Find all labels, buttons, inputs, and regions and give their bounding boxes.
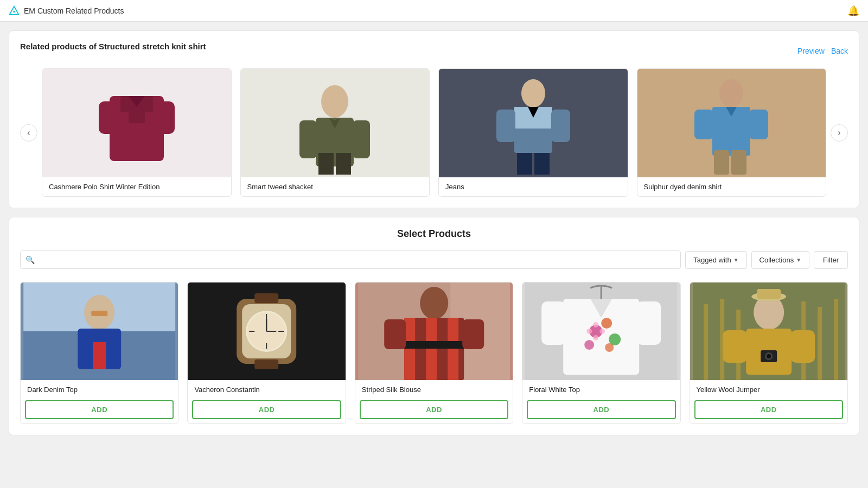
svg-point-72 (586, 329, 592, 334)
product-image-sp1 (21, 282, 178, 380)
related-product-name-1: Cashmere Polo Shirt Winter Edition (42, 177, 231, 196)
collections-label: Collections (760, 256, 794, 264)
svg-rect-84 (790, 330, 815, 363)
sp3-illustration (355, 282, 513, 380)
svg-point-67 (584, 340, 594, 350)
product-illustration-3 (484, 69, 582, 177)
product-illustration-4 (682, 69, 780, 177)
carousel-prev-button[interactable]: ‹ (20, 124, 37, 142)
svg-rect-48 (255, 359, 279, 369)
related-product-card: Sulphur dyed denim shirt (637, 68, 827, 197)
tagged-with-label: Tagged with (693, 256, 731, 264)
collections-button[interactable]: Collections ▼ (751, 251, 810, 269)
grid-product-card: Striped Silk Blouse ADD (355, 282, 513, 424)
related-product-name-2: Smart tweed shacket (241, 177, 430, 196)
svg-rect-58 (462, 319, 484, 349)
sp1-illustration (21, 282, 178, 380)
add-button-sp2[interactable]: ADD (192, 400, 341, 419)
svg-point-87 (767, 354, 771, 358)
svg-rect-6 (99, 101, 120, 134)
notification-icon[interactable]: 🔔 (847, 5, 859, 17)
svg-rect-28 (714, 150, 729, 175)
svg-rect-20 (551, 110, 570, 142)
product-illustration-2 (286, 69, 384, 177)
svg-marker-0 (10, 6, 19, 14)
svg-point-23 (719, 79, 743, 107)
select-products-card: Select Products 🔍 Tagged with ▼ Collecti… (9, 217, 859, 435)
svg-rect-62 (541, 301, 566, 345)
product-illustration-1 (88, 69, 186, 177)
svg-rect-83 (723, 330, 747, 363)
svg-rect-27 (749, 110, 768, 139)
card-actions: Preview Back (797, 47, 848, 55)
add-button-sp3[interactable]: ADD (360, 400, 508, 419)
related-product-image-1 (42, 69, 231, 177)
search-icon: 🔍 (25, 255, 35, 264)
grid-product-name-sp5: Yellow Wool Jumper (690, 380, 847, 397)
add-button-sp4[interactable]: ADD (527, 400, 675, 419)
grid-product-name-sp1: Dark Denim Top (21, 380, 178, 397)
svg-rect-13 (318, 153, 334, 175)
carousel-wrapper: ‹ (20, 68, 848, 197)
product-image-sp4 (522, 282, 680, 380)
related-product-name-3: Jeans (439, 177, 628, 196)
grid-product-card: Yellow Wool Jumper ADD (690, 282, 848, 424)
svg-point-15 (521, 79, 545, 107)
svg-rect-57 (384, 319, 406, 349)
topbar-left: EM Custom Related Products (9, 5, 124, 16)
tagged-with-button[interactable]: Tagged with ▼ (685, 251, 746, 269)
svg-rect-56 (404, 341, 464, 349)
svg-point-8 (321, 85, 348, 118)
related-product-image-2 (241, 69, 430, 177)
svg-rect-26 (694, 110, 713, 139)
sp4-illustration (522, 282, 680, 380)
main-content: Related products of Structured stretch k… (0, 22, 868, 444)
add-button-sp1[interactable]: ADD (25, 400, 174, 419)
grid-product-name-sp2: Vacheron Constantin (188, 380, 345, 397)
svg-rect-80 (834, 299, 838, 380)
carousel-next-button[interactable]: › (831, 124, 848, 142)
search-input[interactable] (20, 251, 681, 269)
add-button-sp5[interactable]: ADD (694, 400, 843, 419)
svg-point-65 (601, 318, 612, 329)
search-box: 🔍 (20, 251, 681, 269)
svg-rect-11 (299, 120, 317, 158)
app-title: EM Custom Related Products (24, 7, 124, 15)
topbar: EM Custom Related Products 🔔 (0, 0, 868, 22)
grid-product-card: Dark Denim Top ADD (20, 282, 178, 424)
app-logo-icon (9, 5, 20, 16)
svg-rect-79 (818, 307, 822, 380)
svg-rect-47 (255, 293, 279, 303)
search-filter-row: 🔍 Tagged with ▼ Collections ▼ Filter (20, 251, 848, 269)
product-image-sp5 (690, 282, 847, 380)
related-product-image-3 (439, 69, 628, 177)
svg-rect-19 (496, 110, 515, 142)
related-product-image-4 (637, 69, 826, 177)
svg-rect-12 (353, 120, 370, 158)
card-header: Related products of Structured stretch k… (20, 42, 848, 60)
grid-product-name-sp3: Striped Silk Blouse (355, 380, 513, 397)
carousel-track: Cashmere Polo Shirt Winter Edition (37, 68, 831, 197)
tagged-with-chevron-icon: ▼ (733, 257, 739, 263)
svg-rect-89 (757, 289, 781, 299)
sp2-illustration (188, 282, 345, 380)
product-image-sp3 (355, 282, 513, 380)
svg-point-69 (593, 322, 598, 328)
related-product-card: Cashmere Polo Shirt Winter Edition (42, 68, 232, 197)
related-product-card: Smart tweed shacket (240, 68, 430, 197)
collections-chevron-icon: ▼ (796, 257, 801, 263)
filter-button[interactable]: Filter (814, 251, 848, 269)
sp5-illustration (690, 282, 847, 380)
svg-point-68 (605, 343, 614, 352)
preview-button[interactable]: Preview (797, 47, 825, 55)
svg-rect-29 (731, 150, 746, 175)
svg-rect-34 (93, 342, 106, 369)
grid-product-card: Floral White Top ADD (522, 282, 680, 424)
related-product-card: Jeans (438, 68, 628, 197)
svg-rect-14 (336, 153, 351, 175)
svg-rect-54 (426, 318, 437, 380)
svg-rect-63 (636, 301, 661, 345)
svg-point-1 (13, 11, 15, 12)
back-button[interactable]: Back (831, 47, 848, 55)
svg-point-70 (599, 329, 605, 334)
